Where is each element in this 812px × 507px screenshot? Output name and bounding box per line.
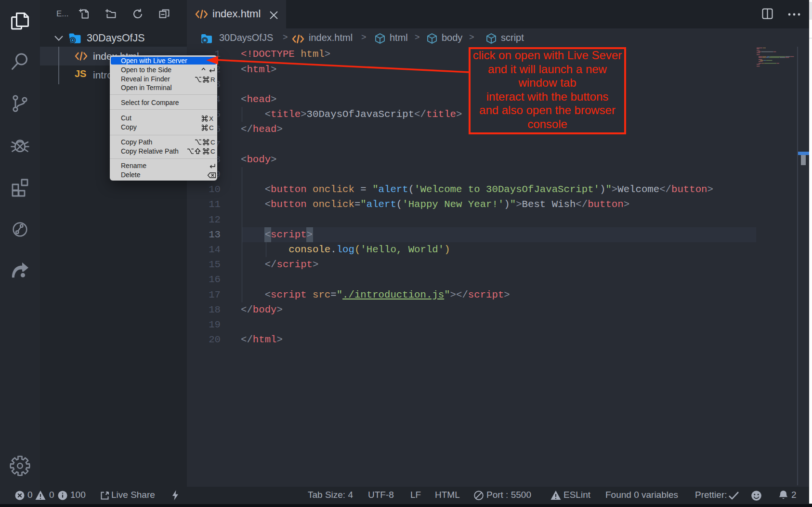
svg-text:C: C <box>210 139 215 146</box>
svg-text:C: C <box>210 148 215 155</box>
svg-text:C: C <box>209 124 214 131</box>
svg-text:X: X <box>209 115 213 122</box>
